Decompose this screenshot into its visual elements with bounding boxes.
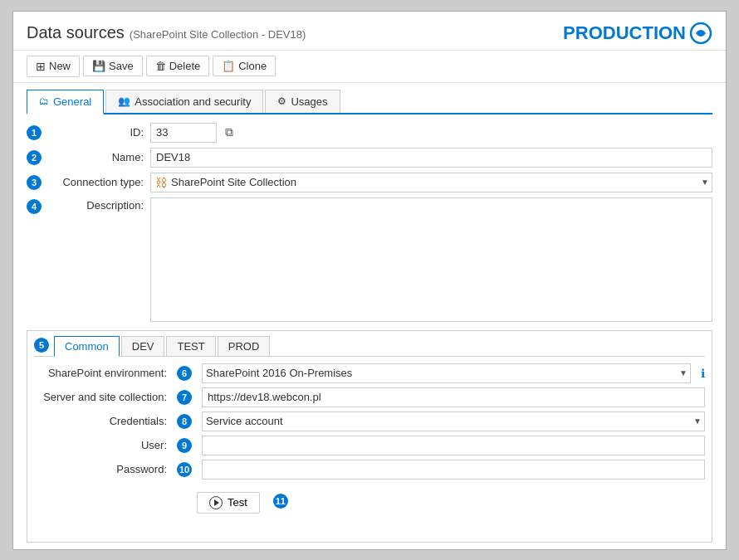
badge-8: 8 — [177, 414, 192, 429]
copy-icon: ⧉ — [225, 125, 233, 139]
main-tabs: 🗂 General 👥 Association and security ⚙ U… — [27, 90, 712, 114]
save-button[interactable]: 💾 Save — [83, 56, 143, 76]
connection-type-select[interactable]: SharePoint Site Collection — [150, 173, 712, 192]
badge-4: 4 — [27, 199, 42, 214]
connection-type-label: Connection type: — [48, 176, 144, 188]
play-icon — [209, 496, 223, 509]
general-form: 1 ID: ⧉ 2 Name: 3 Connection type: ⛓ — [27, 123, 712, 543]
common-form: SharePoint environment: 6 SharePoint 201… — [34, 363, 705, 514]
sub-tab-common[interactable]: Common — [54, 336, 120, 357]
sub-tab-dev[interactable]: DEV — [121, 336, 165, 356]
page-title: Data sources — [27, 23, 125, 42]
description-row: 4 Description: — [27, 197, 712, 322]
sub-tab-test[interactable]: TEST — [166, 336, 215, 356]
delete-button[interactable]: 🗑 Delete — [146, 56, 210, 76]
user-label: User: — [34, 439, 167, 451]
badge-9: 9 — [177, 438, 192, 453]
general-tab-icon: 🗂 — [39, 95, 49, 107]
badge-6: 6 — [177, 366, 192, 381]
copy-id-button[interactable]: ⧉ — [223, 124, 235, 141]
name-input[interactable] — [150, 148, 712, 168]
new-button[interactable]: ⊞ New — [27, 56, 80, 77]
user-input[interactable] — [202, 436, 705, 455]
password-input[interactable] — [202, 460, 705, 480]
toolbar: ⊞ New 💾 Save 🗑 Delete 📋 Clone — [13, 51, 726, 83]
sharepoint-env-label: SharePoint environment: — [34, 367, 167, 379]
description-input[interactable] — [150, 197, 712, 322]
tab-association[interactable]: 👥 Association and security — [105, 90, 263, 113]
save-icon: 💾 — [92, 60, 105, 72]
badge-3: 3 — [27, 175, 42, 190]
page-subtitle: (SharePoint Site Collection - DEV18) — [130, 28, 306, 41]
sharepoint-env-row: SharePoint environment: 6 SharePoint 201… — [34, 363, 705, 383]
badge-11: 11 — [273, 494, 288, 509]
credentials-select[interactable]: Service account — [202, 411, 705, 431]
tab-usages[interactable]: ⚙ Usages — [265, 90, 340, 113]
sharepoint-conn-icon: ⛓ — [155, 176, 167, 189]
clone-button[interactable]: 📋 Clone — [213, 56, 276, 76]
sub-tab-prod[interactable]: PROD — [218, 336, 271, 356]
delete-icon: 🗑 — [155, 60, 166, 72]
sharepoint-env-select[interactable]: SharePoint 2016 On-Premises — [202, 363, 691, 383]
name-label: Name: — [48, 151, 144, 163]
id-row: 1 ID: ⧉ — [27, 123, 712, 143]
badge-10: 10 — [177, 462, 192, 477]
badge-2: 2 — [27, 150, 42, 165]
info-icon[interactable]: ℹ — [701, 367, 705, 380]
sub-tabs: 5 Common DEV TEST PROD — [34, 336, 705, 357]
server-label: Server and site collection: — [34, 391, 167, 403]
lower-section: 5 Common DEV TEST PROD — [27, 330, 712, 543]
clone-icon: 📋 — [222, 60, 235, 72]
usages-tab-icon: ⚙ — [277, 95, 286, 107]
new-icon: ⊞ — [36, 60, 46, 73]
test-button[interactable]: Test — [197, 492, 260, 514]
brand-logo: PRODUCTION — [563, 22, 712, 45]
password-row: Password: 10 — [34, 460, 705, 480]
user-row: User: 9 — [34, 436, 705, 455]
id-input[interactable] — [150, 123, 217, 143]
badge-5: 5 — [34, 338, 49, 353]
badge-1: 1 — [27, 125, 42, 140]
id-label: ID: — [48, 126, 144, 139]
association-tab-icon: 👥 — [118, 95, 130, 107]
description-label: Description: — [48, 199, 144, 212]
server-row: Server and site collection: 7 — [34, 387, 705, 407]
password-label: Password: — [34, 463, 167, 475]
name-row: 2 Name: — [27, 148, 712, 168]
credentials-label: Credentials: — [34, 415, 167, 427]
tab-general[interactable]: 🗂 General — [27, 90, 104, 114]
test-row: Test 11 — [34, 489, 705, 514]
credentials-row: Credentials: 8 Service account ▼ — [34, 411, 705, 431]
connection-type-row: 3 Connection type: ⛓ SharePoint Site Col… — [27, 173, 712, 192]
badge-7: 7 — [177, 390, 192, 405]
server-input[interactable] — [202, 387, 705, 407]
